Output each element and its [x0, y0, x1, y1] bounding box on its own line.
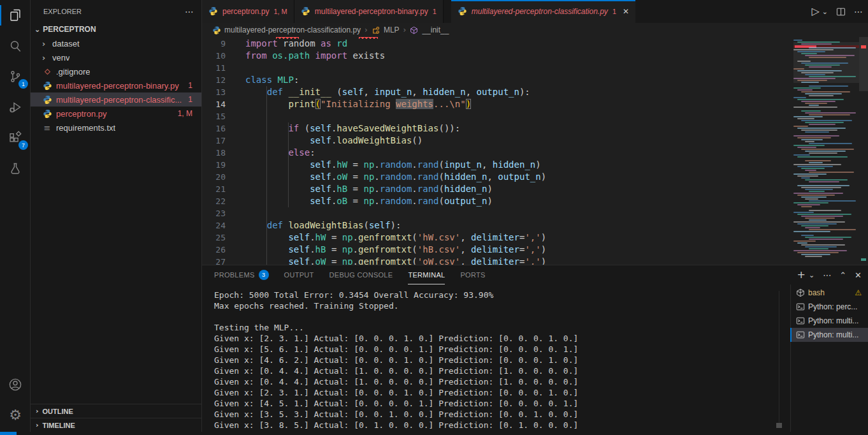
file-item[interactable]: multilayered-perceptron-classific...1 [31, 92, 201, 107]
file-item[interactable]: ›venv [31, 50, 201, 64]
python-file-icon [208, 6, 219, 17]
line-number: 18 [202, 147, 226, 159]
project-section-header[interactable]: ⌄ PERCEPTRON [31, 22, 201, 36]
warning-icon: ⚠ [855, 289, 862, 297]
account-icon[interactable] [0, 369, 31, 400]
explorer-more-icon[interactable]: ⋯ [185, 7, 194, 16]
code-line: 13 def __init__ (self, input_n, hidden_n… [202, 86, 868, 98]
file-item[interactable]: .gitignore [31, 64, 201, 78]
session-label: bash [808, 288, 825, 297]
file-name: venv [52, 53, 69, 63]
class-icon [372, 26, 380, 34]
close-tab-icon[interactable]: ✕ [623, 8, 629, 15]
breadcrumb-separator: › [365, 26, 368, 34]
outline-section[interactable]: › OUTLINE [31, 404, 201, 418]
run-debug-icon[interactable] [0, 92, 31, 122]
terminal-session[interactable]: Python: perc... [790, 300, 868, 314]
panel-tab-terminal[interactable]: TERMINAL [408, 265, 445, 284]
line-number: 19 [202, 159, 226, 171]
code-line: 16 if (self.haveSavedWeightBias()): [202, 122, 868, 135]
new-terminal-icon[interactable]: + [797, 270, 806, 280]
line-number: 17 [202, 135, 226, 147]
line-number: 24 [202, 219, 226, 232]
overview-ruler[interactable] [859, 37, 868, 265]
panel-tab-label: DEBUG CONSOLE [329, 271, 393, 279]
search-icon[interactable] [0, 31, 31, 61]
file-badge: 1, M [178, 109, 192, 118]
terminal-line: Given x: [0. 4. 4.] Actual: [1. 0. 0. 0.… [214, 376, 766, 387]
file-item[interactable]: ›dataset [31, 36, 201, 50]
python-file-icon [42, 80, 52, 91]
close-panel-icon[interactable]: ✕ [855, 271, 862, 279]
run-button[interactable]: ▷ [811, 6, 819, 17]
terminal-line: Given x: [4. 5. 1.] Actual: [0. 0. 0. 0.… [214, 398, 766, 409]
code-line: 25 self.hW = np.genfromtxt('hW.csv', del… [202, 232, 868, 244]
terminal-session[interactable]: bash⚠ [790, 286, 868, 300]
python-file-icon [42, 108, 52, 119]
terminal-output[interactable]: Epoch: 5000 Total Error: 0.3454 Overall … [214, 290, 766, 431]
panel-tab-output[interactable]: OUTPUT [284, 265, 314, 284]
chevron-right-icon: › [42, 39, 50, 48]
split-editor-icon[interactable] [835, 6, 846, 17]
code-line: 14 print("Initializing weights...\n") [202, 98, 868, 110]
terminal-line: Given x: [4. 6. 2.] Actual: [0. 0. 0. 1.… [214, 355, 766, 365]
terminal-session-list: bash⚠Python: perc...Python: multi...Pyth… [790, 286, 868, 342]
explorer-icon[interactable] [0, 0, 31, 31]
info-marker [861, 258, 866, 261]
terminal-line: Given x: [3. 5. 3.] Actual: [0. 0. 1. 0.… [214, 409, 766, 420]
code-line: 12class MLP: [202, 74, 868, 86]
more-actions-icon[interactable]: ⋯ [854, 7, 863, 16]
timeline-section[interactable]: › TIMELINE [31, 418, 201, 432]
code-editor[interactable]: 9import random as rd10from os.path impor… [202, 37, 868, 265]
testing-icon[interactable] [0, 153, 31, 184]
remote-indicator[interactable] [0, 432, 17, 435]
terminal-icon [795, 316, 805, 326]
panel-tab-debug-console[interactable]: DEBUG CONSOLE [329, 265, 393, 284]
file-name: perceptron.py [56, 109, 107, 119]
source-control-icon[interactable]: 1 [0, 61, 31, 92]
file-item[interactable]: multilayered-perceptron-binary.py1 [31, 78, 201, 92]
terminal-session[interactable]: Python: multi... [790, 328, 868, 342]
settings-gear-icon[interactable]: ⚙ [0, 400, 31, 431]
status-bar [0, 432, 868, 435]
editor-tab[interactable]: multilayered-perceptron-classification.p… [451, 0, 635, 23]
tab-label: perceptron.py [222, 7, 269, 16]
session-label: Python: multi... [808, 316, 858, 325]
launch-profile-chevron-icon[interactable]: ⌄ [809, 272, 814, 279]
breadcrumb-item[interactable]: __init__ [410, 26, 449, 34]
extensions-icon[interactable]: 7 [0, 122, 31, 153]
indent-guide [266, 86, 267, 265]
python-file-icon [42, 94, 52, 105]
terminal-scrollbar[interactable] [779, 291, 779, 427]
panel-tab-ports[interactable]: PORTS [460, 265, 485, 284]
file-item[interactable]: perceptron.py1, M [31, 107, 201, 121]
line-number: 25 [202, 232, 226, 244]
python-file-icon [301, 6, 311, 17]
editor-tab[interactable]: perceptron.py1, M [202, 0, 294, 23]
cube-icon [795, 288, 805, 298]
terminal-line: Given x: [2. 3. 1.] Actual: [0. 0. 0. 1.… [214, 387, 766, 398]
code-line: 18 else: [202, 147, 868, 159]
tab-badge: 1 [433, 8, 437, 15]
code-line: 20 self.oW = np.random.rand(hidden_n, ou… [202, 171, 868, 183]
terminal-session[interactable]: Python: multi... [790, 314, 868, 328]
txt-file-icon: ≡ [42, 122, 52, 133]
file-item[interactable]: ≡requirements.txt [31, 121, 201, 135]
line-number: 15 [202, 110, 226, 122]
code-line: 10from os.path import exists [202, 50, 868, 62]
tab-label: multilayered-perceptron-classification.p… [472, 7, 608, 16]
run-dropdown-icon[interactable]: ⌄ [822, 8, 828, 15]
panel-tab-problems[interactable]: PROBLEMS3 [214, 265, 269, 284]
file-name: multilayered-perceptron-classific... [56, 95, 182, 105]
editor-tab[interactable]: multilayered-perceptron-binary.py1 [294, 0, 444, 23]
git-file-icon [42, 66, 52, 77]
terminal-scrollbar-thumb[interactable] [776, 423, 782, 428]
chevron-down-icon: ⌄ [34, 26, 40, 33]
maximize-panel-icon[interactable]: ⌃ [839, 271, 846, 279]
breadcrumb-item[interactable]: MLP [372, 26, 400, 34]
panel-tab-label: OUTPUT [284, 271, 314, 279]
breadcrumb-item[interactable]: multilayered-perceptron-classification.p… [212, 26, 361, 34]
panel-more-icon[interactable]: ⋯ [823, 271, 831, 279]
chevron-right-icon: › [42, 53, 50, 63]
minimap[interactable] [793, 37, 859, 265]
